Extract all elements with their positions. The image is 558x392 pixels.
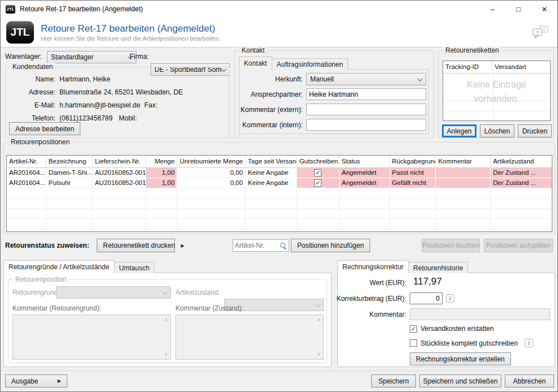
empty-row [7,199,552,209]
help-icon[interactable]: ? ? [531,25,550,40]
gutschreiben-checkbox[interactable]: ✓ [314,169,321,176]
company-label: Firma: [130,53,149,61]
article-search-input[interactable] [235,242,280,249]
chevron-down-icon [162,289,168,295]
print-return-label-button[interactable]: Retourenetikett drucken ▶ [97,239,175,252]
cell-tage: Keine Angabe [246,168,297,178]
tab-kontakt[interactable]: Kontakt [239,57,272,70]
cell-artikel: AR201604... [7,168,46,178]
contact-person-input[interactable] [306,88,426,100]
shipping-checkbox-row[interactable]: ✓ Versandkosten erstatten [410,325,493,333]
tab-rechnungskorrektur[interactable]: Rechnungskorrektur [337,260,409,273]
minimize-button[interactable]: – [479,1,505,18]
check-icon: ✓ [315,170,320,176]
cell-grund: Gefällt nicht [390,178,436,188]
cell-status: Angemeldet [340,178,390,188]
col-artikelzustand[interactable]: Artikelzustand [491,156,552,167]
correction-tab-page: Wert (EUR): 117,97 Korrekturbetrag (EUR)… [337,273,555,367]
col-bezeichnung[interactable]: Bezeichnung [46,156,93,167]
contact-group: Kontakt Kontakt Auftragsinformationen He… [234,50,433,138]
tab-auftragsinformationen[interactable]: Auftragsinformationen [272,58,348,70]
close-button[interactable]: ✕ [531,1,557,18]
shipping-checkbox[interactable]: ✓ [410,325,417,333]
comment-condition-label: Kommentar (Zustand): [175,304,243,312]
main-area: Warenlager: Standardlager Firma: DE - Sp… [1,48,557,391]
app-icon: JTL [6,5,15,14]
customer-group: Kundendaten Name: Hartmann, Heike Adress… [5,67,230,138]
menu-arrow-icon: ▶ [181,243,184,248]
correction-input[interactable] [410,292,443,304]
bom-checkbox-label: Stückliste komplett gutschreiben [420,339,518,347]
col-menge[interactable]: Menge [146,156,177,167]
comment-external-input[interactable] [306,104,426,115]
col-unretournierte-menge[interactable]: Unretournierte Menge [177,156,246,167]
col-artikel-nr[interactable]: Artikel-Nr. [7,156,46,167]
window-title: Retoure Ret-17 bearbeiten (Angemeldet) [20,5,143,13]
loeschen-button[interactable]: Löschen [480,124,514,137]
positions-table[interactable]: Artikel-Nr. Bezeichnung Lieferschein-Nr.… [6,155,552,232]
scroll-down-icon: ∨ [316,352,321,357]
bom-checkbox[interactable] [410,339,417,347]
col-status[interactable]: Status [340,156,390,167]
cell-menge: 1,00 [146,178,177,188]
fax-label: Fax: [144,101,157,109]
return-labels-table[interactable]: Tracking-ID Versandart Keine Einträge vo… [443,61,551,121]
output-button[interactable]: Ausgabe ▶ [5,374,67,387]
save-button[interactable]: Speichern [371,374,416,387]
gutschreiben-checkbox[interactable]: ✓ [314,179,321,187]
info-icon[interactable]: i [446,294,454,303]
table-row[interactable]: AR201604... Damen-T-Shi... AU20160852-00… [7,168,552,178]
cell-grund: Passt nicht [390,168,436,178]
comment-internal-input[interactable] [306,119,426,131]
col-tage-seit-versand[interactable]: Tage seit Versand [246,156,297,167]
info-icon[interactable]: i [525,339,533,347]
tab-umtausch[interactable]: Umtausch [114,262,154,273]
tab-retourengruende[interactable]: Retourengründe / Artikelzustände [3,260,114,273]
reason-select [56,286,171,299]
anlegen-button[interactable]: Anlegen [442,124,477,137]
maximize-button[interactable]: □ [505,1,531,18]
warehouse-value: Standardlager [51,53,128,61]
cell-artikel: AR201604... [7,178,46,188]
contact-person-label: Ansprechpartner: [251,91,303,98]
scroll-up-icon: ∧ [316,317,321,322]
empty-row [7,219,552,229]
assign-status-label: Retourenstatus zuweisen: [5,242,89,249]
value-amount: 117,97 [413,276,442,287]
comment-external-label: Kommentar (extern): [241,106,303,114]
warehouse-select[interactable]: Standardlager [47,51,136,63]
col-lieferschein-nr[interactable]: Lieferschein-Nr. [93,156,147,167]
drucken-button[interactable]: Drucken [518,124,552,137]
page-subtitle: Hier können Sie die Retoure und die Arti… [41,35,221,42]
col-gutschreiben[interactable]: Gutschreiben [297,156,340,167]
jtl-logo: JTL [6,21,34,44]
return-position-group: Retourenposition Retourengrund: Artikelz… [8,279,327,363]
reasons-tab-page: Retourenposition Retourengrund: Artikelz… [3,273,332,367]
cell-menge: 1,00 [146,168,177,178]
edit-address-button[interactable]: Adresse bearbeiten [9,122,80,135]
tracking-id-column-header[interactable]: Tracking-ID [443,61,492,73]
tab-retourenhistorie[interactable]: Retourenhistorie [408,262,468,273]
table-row[interactable]: AR201604... Pulsuhr AU20160852-001 1,00 … [7,178,552,188]
add-positions-button[interactable]: Positionen hinzufügen [291,239,370,252]
col-kommentar[interactable]: Kommentar [436,156,491,167]
create-correction-button[interactable]: Rechnungskorrektur erstellen [410,352,511,365]
bom-checkbox-row[interactable]: Stückliste komplett gutschreiben i [410,339,533,347]
correction-comment-input [410,308,550,320]
page-title: Retoure Ret-17 bearbeiten (Angemeldet) [41,23,221,35]
email-label: E-Mail: [6,101,55,109]
origin-select[interactable]: Manuell [306,73,426,85]
cancel-button[interactable]: Abbrechen [505,374,554,387]
search-icon[interactable] [280,242,287,249]
check-icon: ✓ [411,326,416,332]
name-label: Name: [6,75,55,83]
versandart-column-header[interactable]: Versandart [492,61,550,73]
footer-divider [1,371,557,371]
comment-reason-textarea: ∧ ∨ [12,315,171,360]
article-search-box [233,239,289,252]
comment-condition-textarea: ∧ ∨ [175,315,324,360]
cell-zustand: Der Zustand ... [491,178,552,188]
return-labels-group: Retourenetiketten Tracking-ID Versandart… [438,50,554,138]
col-rueckgabegrund[interactable]: Rückgabegrund [390,156,436,167]
save-close-button[interactable]: Speichern und schließen [419,374,501,387]
